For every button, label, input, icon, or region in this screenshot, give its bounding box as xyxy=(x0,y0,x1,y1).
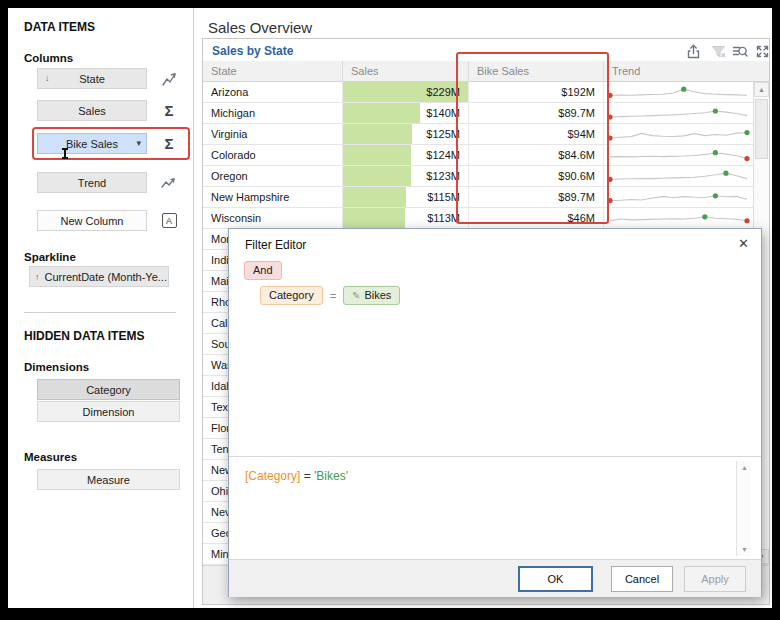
trend-sparkline xyxy=(604,166,753,186)
table-row[interactable]: Oregon$123M$90.6M xyxy=(203,166,769,187)
clear-filter-icon[interactable] xyxy=(710,43,727,60)
grid-cell-bike-sales: $192M xyxy=(469,82,604,102)
chevron-down-icon[interactable]: ▾ xyxy=(136,138,141,148)
apply-button[interactable]: Apply xyxy=(684,566,746,592)
grid-cell-state: New Hampshire xyxy=(203,187,343,207)
dialog-title: Filter Editor xyxy=(245,238,306,252)
grid-cell-sales: $115M xyxy=(343,187,469,207)
grid-cell-sales: $229M xyxy=(343,82,469,102)
field-label: State xyxy=(79,73,105,85)
panel-caption: Sales by State xyxy=(212,44,293,58)
grid-cell-bike-sales: $46M xyxy=(469,208,604,228)
arrow-down-icon: ↓ xyxy=(45,73,50,83)
sidebar-divider xyxy=(24,312,176,313)
condition-value: Bikes xyxy=(364,289,391,301)
field-label: New Column xyxy=(61,215,124,227)
cancel-button[interactable]: Cancel xyxy=(611,566,673,592)
grid-cell-sales: $113M xyxy=(343,208,469,228)
trend-start-dot xyxy=(607,114,612,119)
field-button-sales[interactable]: Sales xyxy=(37,100,147,121)
trend-start-dot xyxy=(744,156,749,161)
grid-cell-state: Arizona xyxy=(203,82,343,102)
close-icon[interactable]: ✕ xyxy=(738,236,749,252)
sales-data-bar xyxy=(343,208,405,228)
trend-sparkline xyxy=(604,103,753,123)
sparkline-icon[interactable] xyxy=(157,172,181,193)
sales-data-bar xyxy=(343,187,406,207)
grid-cell-state: Oregon xyxy=(203,166,343,186)
search-data-icon[interactable] xyxy=(731,43,748,60)
trend-start-dot xyxy=(607,135,612,140)
sparkline-heading: Sparkline xyxy=(24,251,76,263)
trend-sparkline xyxy=(604,82,753,102)
maximize-icon[interactable] xyxy=(754,43,771,60)
condition-value-chip[interactable]: ✎Bikes xyxy=(343,286,400,305)
field-button-trend[interactable]: Trend xyxy=(37,172,147,193)
sum-icon[interactable]: Σ xyxy=(157,100,181,121)
text-icon: A xyxy=(157,210,181,231)
trend-start-dot xyxy=(607,198,612,203)
expression-scrollbar[interactable]: ▲ ▼ xyxy=(736,461,751,556)
condition-field-chip[interactable]: Category xyxy=(260,286,323,305)
scrollbar-thumb[interactable] xyxy=(755,99,768,159)
grid-cell-trend xyxy=(604,124,753,144)
table-row[interactable]: Michigan$140M$89.7M xyxy=(203,103,769,124)
filter-condition-row: Category = ✎Bikes xyxy=(260,286,400,305)
field-button-state[interactable]: ↓ State xyxy=(37,68,147,89)
group-operator-chip[interactable]: And xyxy=(244,261,282,280)
field-label: Trend xyxy=(78,177,106,189)
scroll-up-icon[interactable]: ▲ xyxy=(738,461,751,474)
field-label: Sales xyxy=(78,105,106,117)
field-button-measure[interactable]: Measure xyxy=(37,469,180,490)
page-title: Sales Overview xyxy=(208,19,312,36)
expression-panel[interactable]: [Category] = 'Bikes' ▲ ▼ xyxy=(229,456,761,559)
table-row[interactable]: Virginia$125M$94M xyxy=(203,124,769,145)
table-row[interactable]: New Hampshire$115M$89.7M xyxy=(203,187,769,208)
column-header-trend[interactable]: Trend xyxy=(604,61,753,82)
trend-max-dot xyxy=(744,130,749,135)
field-button-bike-sales[interactable]: Bike Sales ▾ xyxy=(37,133,147,154)
data-items-panel: DATA ITEMS Columns ↓ State Sales Σ Bike … xyxy=(8,8,194,608)
hidden-data-items-title: HIDDEN DATA ITEMS xyxy=(24,329,144,343)
sales-data-bar xyxy=(343,145,411,165)
export-icon[interactable] xyxy=(685,43,702,60)
trend-start-dot xyxy=(744,218,749,223)
trend-sparkline xyxy=(604,145,753,165)
sum-icon[interactable]: Σ xyxy=(157,133,181,154)
grid-cell-trend xyxy=(604,166,753,186)
trend-sparkline xyxy=(604,187,753,207)
arrow-up-icon: ↑ xyxy=(35,272,40,282)
dimension-chart-icon[interactable] xyxy=(157,68,181,89)
column-header-bike-sales[interactable]: Bike Sales xyxy=(469,61,604,82)
table-row[interactable]: Wisconsin$113M$46M xyxy=(203,208,769,229)
table-row[interactable]: Arizona$229M$192M xyxy=(203,82,769,103)
expression-field: [Category] xyxy=(245,469,300,483)
data-items-title: DATA ITEMS xyxy=(24,20,95,34)
scroll-up-icon[interactable]: ▲ xyxy=(754,82,769,97)
field-button-category[interactable]: Category xyxy=(37,379,180,400)
condition-operator[interactable]: = xyxy=(330,290,336,302)
dimensions-heading: Dimensions xyxy=(24,361,89,373)
scroll-down-icon[interactable]: ▼ xyxy=(738,543,751,556)
field-button-dimension[interactable]: Dimension xyxy=(37,401,180,422)
column-header-state[interactable]: State xyxy=(203,61,343,82)
grid-cell-state: Wisconsin xyxy=(203,208,343,228)
field-button-new-column[interactable]: New Column xyxy=(37,210,147,231)
ok-button[interactable]: OK xyxy=(518,566,593,592)
grid-cell-sales: $123M xyxy=(343,166,469,186)
trend-start-dot xyxy=(607,93,612,98)
columns-heading: Columns xyxy=(24,52,73,64)
grid-cell-sales: $124M xyxy=(343,145,469,165)
expression-operator: = xyxy=(300,469,314,483)
filter-editor-dialog: Filter Editor ✕ And Category = ✎Bikes [C… xyxy=(228,228,762,597)
field-button-currentdate[interactable]: ↑ CurrentDate (Month-Ye... xyxy=(29,266,169,287)
grid-cell-state: Michigan xyxy=(203,103,343,123)
dialog-footer: OK Cancel Apply xyxy=(229,559,761,597)
grid-cell-bike-sales: $89.7M xyxy=(469,103,604,123)
grid-cell-bike-sales: $94M xyxy=(469,124,604,144)
expression-value: 'Bikes' xyxy=(314,469,348,483)
trend-sparkline xyxy=(604,208,753,228)
table-row[interactable]: Colorado$124M$84.6M xyxy=(203,145,769,166)
column-header-sales[interactable]: Sales xyxy=(343,61,469,82)
trend-start-dot xyxy=(607,177,612,182)
